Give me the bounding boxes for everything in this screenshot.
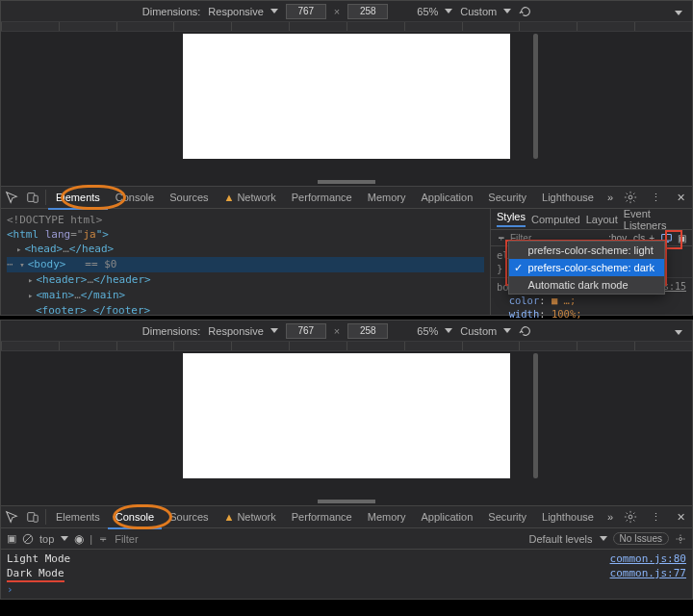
filter-icon: ⫧: [98, 533, 109, 545]
tab-security[interactable]: Security: [480, 186, 534, 209]
console-output[interactable]: Light Modecommon.js:80 Dark Modecommon.j…: [1, 550, 692, 599]
console-filter-input[interactable]: Filter: [115, 533, 138, 545]
opt-prefers-light[interactable]: prefers-color-scheme: light: [509, 242, 664, 259]
height-input[interactable]: [347, 4, 388, 19]
tab-network[interactable]: ▲Network: [217, 505, 284, 528]
throttle-select[interactable]: Custom: [460, 6, 511, 17]
rotate-icon[interactable]: [519, 324, 532, 338]
log-line: Dark Mode: [7, 566, 610, 582]
viewport-preview: [1, 351, 692, 505]
svg-rect-1: [34, 195, 38, 202]
styles-pane: Styles Computed Layout Event Listeners ⫧…: [490, 209, 692, 315]
dimensions-select[interactable]: Responsive: [208, 6, 277, 17]
resize-grip-icon[interactable]: [318, 500, 375, 503]
tab-console[interactable]: Console: [108, 506, 162, 529]
log-line: Light Mode: [7, 552, 610, 566]
close-icon[interactable]: ✕: [669, 505, 692, 528]
dom-tree[interactable]: <!DOCTYPE html> <html lang="ja"> <head>……: [1, 209, 490, 315]
dimensions-label: Dimensions:: [142, 6, 201, 17]
device-menu-caret-icon[interactable]: [672, 325, 682, 337]
scrollbar-stub: [533, 353, 538, 478]
prompt-icon: ›: [7, 582, 13, 597]
devtools-tab-bar: Elements Console Sources ▲Network Perfor…: [1, 505, 692, 528]
device-toolbar: Dimensions: Responsive × 65% Custom: [1, 321, 692, 342]
tab-performance[interactable]: Performance: [284, 505, 360, 528]
close-icon[interactable]: ✕: [669, 186, 692, 209]
device-toggle-icon[interactable]: [22, 186, 43, 209]
side-tab-styles[interactable]: Styles: [497, 211, 526, 227]
tab-sources[interactable]: Sources: [162, 505, 216, 528]
tab-console[interactable]: Console: [108, 186, 162, 209]
warning-icon: ▲: [224, 511, 235, 523]
side-tab-computed[interactable]: Computed: [531, 214, 580, 225]
tab-elements[interactable]: Elements: [48, 187, 108, 210]
tab-lighthouse[interactable]: Lighthouse: [534, 186, 602, 209]
rotate-icon[interactable]: [519, 5, 532, 18]
scrollbar-stub: [533, 34, 538, 159]
ruler: [1, 22, 692, 32]
tab-lighthouse[interactable]: Lighthouse: [534, 505, 602, 528]
rendered-page[interactable]: [183, 353, 510, 478]
log-levels-select[interactable]: Default levels: [528, 533, 606, 545]
panel-toggle-icon[interactable]: ▣: [678, 233, 686, 244]
tab-elements[interactable]: Elements: [48, 505, 108, 528]
tab-sources[interactable]: Sources: [162, 186, 216, 209]
dimensions-label: Dimensions:: [142, 325, 201, 337]
tab-network[interactable]: ▲Network: [217, 186, 284, 209]
console-toolbar: ▣ top ◉ | ⫧ Filter Default levels No Iss…: [1, 528, 692, 550]
side-tab-events[interactable]: Event Listeners: [624, 208, 686, 231]
opt-prefers-dark[interactable]: prefers-color-scheme: dark: [509, 259, 664, 276]
dimensions-select[interactable]: Responsive: [208, 325, 277, 337]
device-menu-caret-icon[interactable]: [672, 6, 682, 17]
tab-application[interactable]: Application: [413, 505, 480, 528]
console-settings-icon[interactable]: [675, 533, 686, 545]
inspect-icon[interactable]: [1, 186, 22, 209]
inspect-icon[interactable]: [1, 505, 22, 528]
clear-console-icon[interactable]: [22, 533, 34, 545]
viewport-preview: [1, 32, 692, 186]
x-separator: ×: [334, 6, 340, 17]
tabs-overflow-icon[interactable]: »: [602, 511, 619, 523]
tab-security[interactable]: Security: [480, 505, 534, 528]
sidebar-toggle-icon[interactable]: ▣: [7, 532, 16, 545]
zoom-select[interactable]: 65%: [417, 6, 452, 17]
settings-icon[interactable]: [619, 505, 642, 528]
live-expression-icon[interactable]: ◉: [74, 532, 84, 546]
tab-performance[interactable]: Performance: [284, 186, 360, 209]
svg-rect-6: [34, 515, 38, 522]
tab-memory[interactable]: Memory: [360, 186, 414, 209]
source-link[interactable]: common.js:80: [610, 552, 686, 566]
tab-memory[interactable]: Memory: [360, 505, 414, 528]
issues-badge[interactable]: No Issues: [613, 532, 669, 545]
console-input[interactable]: [19, 582, 686, 597]
warning-icon: ▲: [224, 192, 235, 203]
tab-application[interactable]: Application: [413, 186, 480, 209]
tabs-overflow-icon[interactable]: »: [602, 192, 619, 203]
opt-auto-dark[interactable]: Automatic dark mode: [509, 276, 664, 294]
color-scheme-dropdown: prefers-color-scheme: light prefers-colo…: [508, 241, 665, 295]
kebab-icon[interactable]: ⋮: [644, 186, 667, 209]
doctype-line: <!DOCTYPE html>: [7, 213, 484, 227]
kebab-icon[interactable]: ⋮: [644, 505, 667, 528]
svg-point-9: [680, 537, 682, 540]
context-select[interactable]: top: [39, 533, 68, 545]
device-toolbar: Dimensions: Responsive × 65% Custom: [1, 1, 692, 22]
ruler: [1, 342, 692, 351]
width-input[interactable]: [286, 4, 326, 19]
resize-grip-icon[interactable]: [318, 180, 375, 184]
devtools-tab-bar: Elements Console Sources ▲Network Perfor…: [1, 186, 692, 209]
source-link[interactable]: common.js:77: [610, 566, 686, 582]
zoom-select[interactable]: 65%: [417, 325, 452, 337]
svg-point-2: [629, 195, 632, 199]
height-input[interactable]: [347, 323, 388, 339]
throttle-select[interactable]: Custom: [460, 325, 511, 337]
device-toggle-icon[interactable]: [22, 505, 43, 528]
settings-icon[interactable]: [619, 186, 642, 209]
side-tab-layout[interactable]: Layout: [586, 214, 618, 225]
width-input[interactable]: [286, 323, 326, 339]
rendered-page[interactable]: [183, 34, 510, 159]
svg-point-7: [629, 515, 632, 519]
filter-icon: ⫧: [497, 233, 506, 244]
svg-rect-3: [661, 234, 671, 241]
